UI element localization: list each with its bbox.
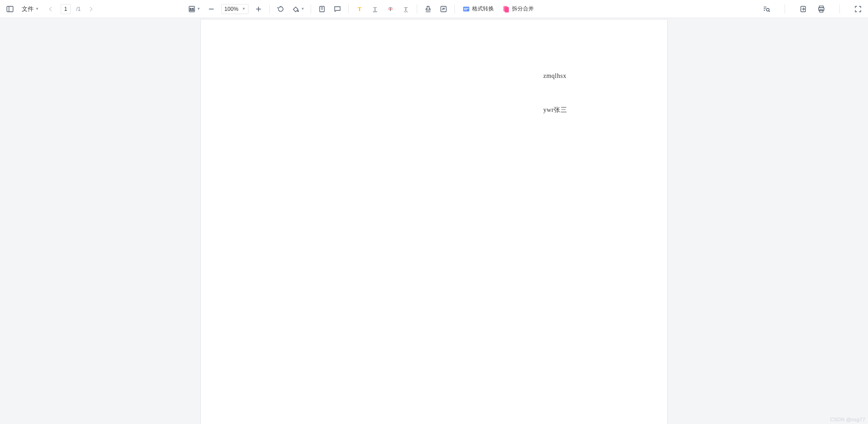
fullscreen-icon — [854, 5, 862, 13]
caret-down-icon: ▼ — [301, 7, 304, 11]
next-page-button[interactable] — [85, 4, 96, 14]
svg-text:T: T — [374, 5, 377, 12]
rotate-button[interactable] — [275, 4, 286, 14]
fit-icon: 1:1 — [188, 5, 196, 13]
toolbar: 文件 ▼ /1 1:1 ▼ 100% ▼ — [0, 0, 868, 18]
separator — [348, 5, 349, 14]
stamp-icon — [424, 5, 432, 13]
right-tools — [761, 0, 863, 18]
bucket-icon — [292, 5, 300, 13]
svg-text:T: T — [405, 5, 408, 12]
svg-text:1:1: 1:1 — [190, 8, 194, 11]
svg-rect-19 — [463, 6, 470, 11]
split-merge-icon — [502, 5, 510, 13]
svg-point-7 — [298, 10, 299, 11]
watermark: CSDN @nsg77 — [830, 417, 865, 422]
sign-icon — [439, 5, 448, 13]
split-merge-label: 拆分合并 — [512, 5, 534, 13]
stamp-button[interactable] — [423, 4, 434, 14]
convert-button[interactable]: 格式转换 — [460, 4, 496, 14]
minus-icon — [207, 5, 215, 13]
prev-page-button[interactable] — [45, 4, 56, 14]
svg-rect-0 — [7, 6, 13, 12]
signature-button[interactable] — [438, 4, 449, 14]
fit-mode-button[interactable]: 1:1 ▼ — [187, 4, 201, 14]
comment-button[interactable] — [332, 4, 343, 14]
separator — [454, 5, 455, 14]
caret-down-icon: ▼ — [242, 7, 246, 11]
file-menu[interactable]: 文件 ▼ — [20, 4, 41, 14]
split-merge-button[interactable]: 拆分合并 — [500, 4, 536, 14]
squiggly-text-button[interactable]: T — [400, 4, 411, 14]
fill-color-button[interactable]: ▼ — [291, 4, 305, 14]
zoom-value: 100% — [224, 6, 239, 12]
text-line-1: zmqlhsx — [543, 72, 566, 80]
separator — [417, 5, 417, 14]
svg-line-28 — [769, 11, 770, 12]
fullscreen-button[interactable] — [853, 4, 863, 14]
bookmark-icon — [318, 5, 326, 13]
chevron-left-icon — [47, 5, 55, 13]
text-line-2: ywr张三 — [543, 106, 567, 114]
page-input[interactable] — [61, 4, 71, 14]
zoom-select[interactable]: 100% ▼ — [221, 4, 249, 14]
comment-icon — [333, 5, 341, 13]
export-icon — [799, 5, 807, 13]
panel-icon — [6, 5, 14, 13]
convert-icon — [462, 5, 470, 13]
separator — [269, 5, 270, 14]
svg-rect-23 — [505, 7, 509, 12]
print-button[interactable] — [816, 4, 827, 14]
highlight-text-button[interactable]: T — [354, 4, 365, 14]
chevron-right-icon — [87, 5, 95, 13]
underline-text-button[interactable]: T — [370, 4, 380, 14]
svg-point-27 — [766, 9, 769, 11]
rotate-icon — [277, 5, 285, 13]
separator — [839, 5, 840, 14]
page-total: /1 — [76, 6, 81, 12]
workspace[interactable]: zmqlhsx ywr张三 — [0, 18, 868, 424]
zoom-out-button[interactable] — [206, 4, 217, 14]
text-squiggly-icon: T — [402, 5, 410, 13]
document-page: zmqlhsx ywr张三 — [200, 19, 668, 424]
zoom-in-button[interactable] — [253, 4, 264, 14]
svg-rect-33 — [819, 10, 823, 12]
sidebar-toggle-button[interactable] — [5, 4, 15, 14]
print-icon — [817, 5, 825, 13]
caret-down-icon: ▼ — [35, 7, 39, 11]
text-underline-icon: T — [371, 5, 379, 13]
export-button[interactable] — [798, 4, 809, 14]
svg-rect-20 — [464, 8, 469, 9]
text-strike-icon: T — [386, 5, 395, 13]
svg-text:T: T — [358, 5, 361, 12]
file-menu-label: 文件 — [22, 5, 34, 13]
separator — [785, 5, 785, 14]
caret-down-icon: ▼ — [197, 7, 200, 11]
plus-icon — [254, 5, 263, 13]
find-button[interactable] — [761, 4, 772, 14]
text-highlight-icon: T — [356, 5, 364, 13]
svg-rect-21 — [464, 9, 468, 10]
strikethrough-text-button[interactable]: T — [385, 4, 396, 14]
bookmark-button[interactable] — [317, 4, 327, 14]
separator — [311, 5, 311, 14]
search-list-icon — [762, 5, 770, 13]
convert-label: 格式转换 — [472, 5, 494, 13]
